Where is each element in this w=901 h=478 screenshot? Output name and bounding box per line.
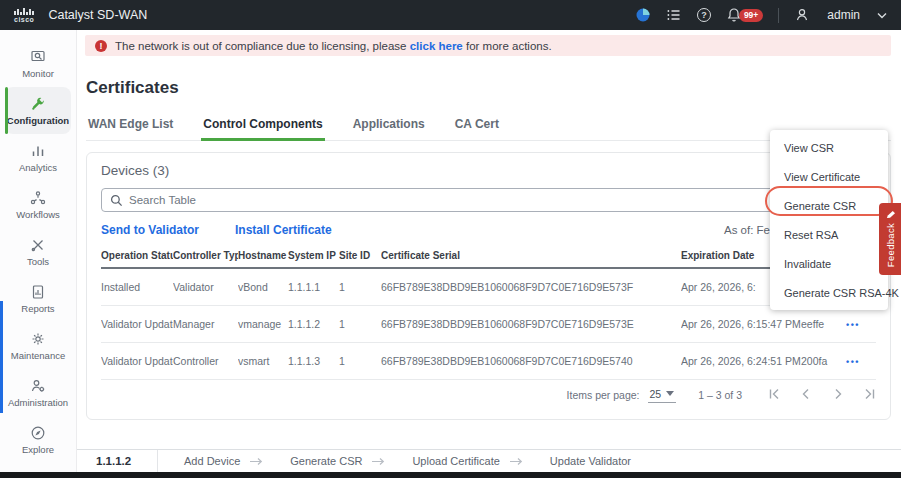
menu-item-invalidate[interactable]: Invalidate (770, 249, 888, 278)
app-title: Catalyst SD-WAN (48, 8, 147, 22)
task-status-icon[interactable] (635, 7, 651, 23)
pen-icon (886, 210, 895, 219)
table-header-certificate-serial: Certificate Serial (381, 245, 681, 268)
cell-expiration-date: Apr 26, 2026, 6:15:47 PM (681, 305, 801, 342)
cell-operation-status: Validator Updated (101, 305, 173, 342)
banner-click-here-link[interactable]: click here (410, 40, 463, 52)
feedback-label: Feedback (885, 223, 896, 267)
feedback-tab[interactable]: Feedback (879, 203, 901, 275)
pagination-range: 1 – 3 of 3 (698, 389, 742, 401)
help-icon[interactable]: ? (697, 8, 711, 22)
tools-icon (30, 237, 46, 253)
topbar: cisco Catalyst SD-WAN ? 99+ admin (0, 0, 901, 30)
sidebar-scrollbar[interactable] (0, 301, 3, 413)
chevron-down-icon[interactable] (877, 12, 887, 19)
row-actions-button[interactable]: ••• (846, 357, 860, 367)
page-size-select[interactable]: 25 (648, 388, 677, 403)
notifications-button[interactable]: 99+ (726, 7, 763, 23)
cell-controller-type: Controller (173, 342, 238, 379)
cisco-logo: cisco (14, 8, 34, 23)
user-icon[interactable] (794, 7, 810, 23)
menu-item-view-certificate[interactable]: View Certificate (770, 162, 888, 191)
table-header: Operation StatusController TypeHostnameS… (101, 245, 876, 268)
first-page-icon[interactable] (768, 388, 780, 402)
sidebar-item-label: Analytics (19, 162, 57, 173)
maintenance-icon (30, 331, 46, 347)
window-bottom-edge (0, 472, 901, 478)
sidebar-item-analytics[interactable]: Analytics (5, 134, 71, 181)
cell-controller-type: Validator (173, 268, 238, 305)
sidebar-item-administration[interactable]: Administration (5, 369, 71, 416)
task-list-icon[interactable] (666, 7, 682, 23)
cell-certificate-serial: 66FB789E38DBD9EB1060068F9D7C0E716D9E573E (381, 305, 681, 342)
workflow-step-add-device[interactable]: Add Device (184, 455, 264, 467)
sidebar-item-maintenance[interactable]: Maintenance (5, 322, 71, 369)
cell-system-ip: 1.1.1.1 (288, 268, 339, 305)
sidebar-item-workflows[interactable]: Workflows (5, 181, 71, 228)
table-actions-row: Send to Validator Install Certificate As… (101, 222, 876, 237)
workflow-step-upload-certificate[interactable]: Upload Certificate (412, 455, 523, 467)
tab-wan-edge-list[interactable]: WAN Edge List (86, 110, 175, 141)
cell-system-ip: 1.1.1.2 (288, 305, 339, 342)
sidebar-item-tools[interactable]: Tools (5, 228, 71, 275)
sidebar-item-label: Workflows (16, 209, 60, 220)
cell-system-ip: 1.1.1.3 (288, 342, 339, 379)
workflow-step-update-validator[interactable]: Update Validator (550, 455, 631, 467)
sidebar-item-configuration[interactable]: Configuration (5, 87, 71, 134)
page-size-value: 25 (650, 388, 662, 400)
workflow-step-label: Update Validator (550, 455, 631, 467)
arrow-right-icon (510, 457, 524, 466)
monitor-icon (30, 49, 46, 65)
cell-hostname: vBond (238, 268, 288, 305)
previous-page-icon[interactable] (800, 388, 812, 402)
search-box (101, 188, 876, 212)
table-header-site-id: Site ID (339, 245, 381, 268)
administration-icon (30, 378, 46, 394)
table-header-operation-status: Operation Status (101, 245, 173, 268)
cisco-logo-bars-icon (14, 8, 34, 15)
workflow-step-label: Add Device (184, 455, 240, 467)
cell-hostname: vsmart (238, 342, 288, 379)
cell-extra: eeffe (801, 305, 846, 342)
menu-item-generate-csr[interactable]: Generate CSR (770, 191, 888, 220)
last-page-icon[interactable] (864, 388, 876, 402)
sidebar-item-monitor[interactable]: Monitor (5, 40, 71, 87)
devices-heading: Devices (3) (101, 163, 876, 178)
menu-item-generate-csr-rsa-4k[interactable]: Generate CSR RSA-4K (770, 278, 888, 307)
reports-icon (30, 284, 46, 300)
workflow-step-label: Upload Certificate (412, 455, 499, 467)
selected-device-ip: 1.1.1.2 (77, 455, 157, 467)
next-page-icon[interactable] (832, 388, 844, 402)
search-icon (110, 194, 123, 207)
sidebar-item-label: Configuration (7, 115, 69, 126)
cell-actions: ••• (846, 342, 876, 379)
tab-control-components[interactable]: Control Components (201, 110, 324, 141)
topbar-divider (778, 8, 779, 23)
sidebar: MonitorConfigurationAnalyticsWorkflowsTo… (0, 30, 77, 472)
cell-site-id: 1 (339, 268, 381, 305)
sidebar-item-explore[interactable]: Explore (5, 416, 71, 463)
table-row: Validator UpdatedManagervmanage1.1.1.216… (101, 305, 876, 342)
cell-operation-status: Validator Updated (101, 342, 173, 379)
row-actions-button[interactable]: ••• (846, 320, 860, 330)
send-to-validator-link[interactable]: Send to Validator (101, 223, 199, 237)
sidebar-item-label: Tools (27, 256, 49, 267)
search-input[interactable] (129, 194, 867, 206)
cell-certificate-serial: 66FB789E38DBD9EB1060068F9D7C0E716D9E5740 (381, 342, 681, 379)
install-certificate-link[interactable]: Install Certificate (235, 223, 332, 237)
cell-extra: 200fa (801, 342, 846, 379)
cell-operation-status: Installed (101, 268, 173, 305)
workflow-step-label: Generate CSR (290, 455, 362, 467)
tab-ca-cert[interactable]: CA Cert (453, 110, 501, 141)
cell-hostname: vmanage (238, 305, 288, 342)
tab-applications[interactable]: Applications (351, 110, 427, 141)
sidebar-item-reports[interactable]: Reports (5, 275, 71, 322)
menu-item-view-csr[interactable]: View CSR (770, 133, 888, 162)
workflow-step-generate-csr[interactable]: Generate CSR (290, 455, 386, 467)
table-row: InstalledValidatorvBond1.1.1.1166FB789E3… (101, 268, 876, 305)
arrow-right-icon (372, 457, 386, 466)
menu-item-reset-rsa[interactable]: Reset RSA (770, 220, 888, 249)
user-menu-label[interactable]: admin (827, 8, 860, 22)
devices-table: Operation StatusController TypeHostnameS… (101, 245, 876, 380)
compliance-banner: ! The network is out of compliance due t… (85, 35, 891, 56)
